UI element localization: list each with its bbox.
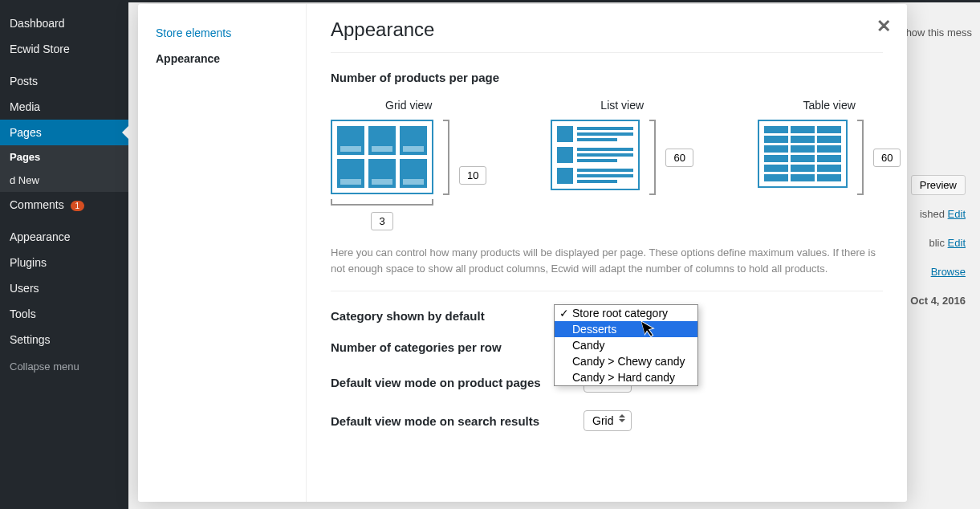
grid-rows-input[interactable]: 10	[459, 166, 486, 185]
category-dropdown[interactable]: Store root category Desserts Candy Candy…	[554, 304, 698, 386]
submenu-add-new[interactable]: d New	[0, 169, 128, 192]
title-divider	[331, 52, 883, 53]
wp-admin-sidebar: Dashboard Ecwid Store Posts Media Pages …	[0, 2, 128, 509]
dropdown-option-chewy[interactable]: Candy > Chewy candy	[555, 353, 697, 369]
browse-link[interactable]: Browse	[931, 266, 966, 278]
view-mode-search-select[interactable]: Grid	[584, 410, 632, 431]
dropdown-option-desserts[interactable]: Desserts	[555, 321, 697, 337]
menu-ecwid-store[interactable]: Ecwid Store	[0, 36, 128, 62]
grid-columns-input[interactable]: 3	[371, 212, 392, 230]
modal-title: Appearance	[331, 18, 883, 41]
menu-appearance[interactable]: Appearance	[0, 224, 128, 250]
form-rows: Category shown by default Number of cate…	[331, 309, 883, 431]
dropdown-option-candy[interactable]: Candy	[555, 337, 697, 353]
collapse-menu[interactable]: Collapse menu	[0, 352, 128, 381]
section-divider	[331, 291, 883, 291]
list-view-thumbnail	[551, 120, 640, 190]
views-row: Grid view 3	[331, 99, 883, 230]
visibility-label: blic	[929, 237, 945, 249]
category-default-label: Category shown by default	[331, 309, 559, 323]
show-message-text: show this mess	[901, 26, 972, 39]
products-help-text: Here you can control how many products w…	[331, 245, 883, 276]
list-rows-input[interactable]: 60	[665, 149, 693, 167]
grid-view-label: Grid view	[385, 99, 432, 112]
dropdown-option-hard[interactable]: Candy > Hard candy	[555, 369, 697, 385]
modal-main: ✕ Appearance Number of products per page…	[307, 4, 907, 502]
status-label: ished	[920, 208, 945, 220]
dropdown-option-root[interactable]: Store root category	[555, 305, 697, 321]
preview-button[interactable]: Preview	[911, 175, 966, 195]
sidebar-item-store-elements[interactable]: Store elements	[138, 20, 306, 46]
view-mode-search-label: Default view mode on search results	[331, 414, 559, 428]
comments-badge: 1	[71, 201, 85, 211]
categories-per-row-label: Number of categories per row	[331, 340, 559, 354]
status-edit-link[interactable]: Edit	[948, 208, 966, 220]
view-mode-product-label: Default view mode on product pages	[331, 376, 559, 389]
close-icon[interactable]: ✕	[876, 16, 891, 37]
products-per-page-heading: Number of products per page	[331, 71, 883, 84]
date-value: Oct 4, 2016	[910, 295, 966, 307]
menu-dashboard[interactable]: Dashboard	[0, 10, 128, 36]
menu-settings[interactable]: Settings	[0, 327, 128, 352]
settings-modal: Store elements Appearance ✕ Appearance N…	[138, 4, 907, 502]
menu-plugins[interactable]: Plugins	[0, 250, 128, 275]
menu-media[interactable]: Media	[0, 94, 128, 120]
menu-pages[interactable]: Pages	[0, 120, 128, 145]
table-view-column: Table view 60	[758, 99, 901, 230]
menu-users[interactable]: Users	[0, 275, 128, 301]
table-rows-input[interactable]: 60	[873, 149, 901, 167]
list-view-label: List view	[600, 99, 644, 112]
menu-posts[interactable]: Posts	[0, 68, 128, 94]
list-view-column: List view 60	[551, 99, 693, 230]
visibility-edit-link[interactable]: Edit	[948, 237, 966, 249]
table-view-thumbnail	[758, 120, 848, 188]
menu-comments[interactable]: Comments 1	[0, 192, 128, 218]
modal-sidebar: Store elements Appearance	[138, 4, 307, 502]
menu-comments-label: Comments	[10, 198, 64, 211]
table-view-label: Table view	[803, 99, 855, 112]
submenu-pages[interactable]: Pages	[0, 145, 128, 169]
sidebar-item-appearance[interactable]: Appearance	[138, 46, 306, 71]
menu-tools[interactable]: Tools	[0, 301, 128, 327]
row-view-mode-search: Default view mode on search results Grid	[331, 410, 883, 431]
grid-view-column: Grid view 3	[331, 99, 486, 230]
grid-view-thumbnail	[331, 120, 433, 194]
